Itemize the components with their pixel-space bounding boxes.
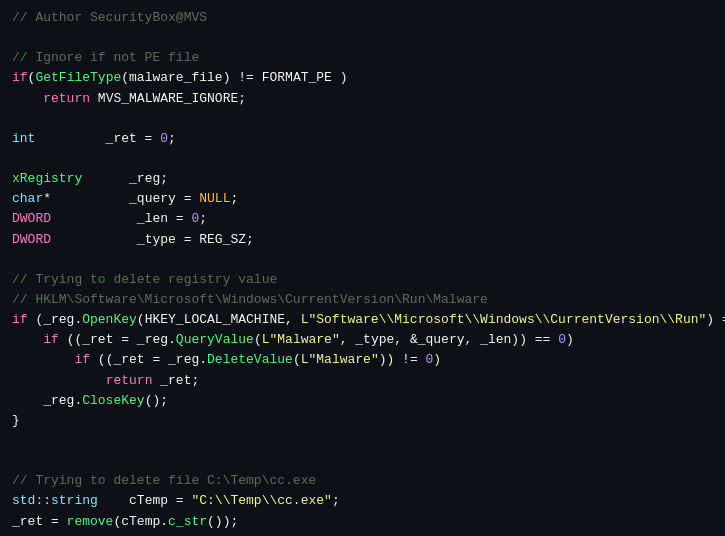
line-blank-3 [12, 149, 713, 169]
line-blank-7 [12, 532, 713, 536]
line-ret-remove: _ret = remove(cTemp.c_str()); [12, 512, 713, 532]
line-close-brace: } [12, 411, 713, 431]
line-std-string: std::string cTemp = "C:\\Temp\\cc.exe"; [12, 491, 713, 511]
line-blank-5 [12, 431, 713, 451]
code-editor: // Author SecurityBox@MVS // Ignore if n… [0, 0, 725, 536]
line-if-deletevalue: if ((_ret = _reg.DeleteValue(L"Malware")… [12, 350, 713, 370]
line-xregistry: xRegistry _reg; [12, 169, 713, 189]
line-if-queryvalue: if ((_ret = _reg.QueryValue(L"Malware", … [12, 330, 713, 350]
line-return-ret-3: return _ret; [12, 371, 713, 391]
line-blank-4 [12, 250, 713, 270]
line-blank-2 [12, 109, 713, 129]
line-if-openkey: if (_reg.OpenKey(HKEY_LOCAL_MACHINE, L"S… [12, 310, 713, 330]
line-dword-type: DWORD _type = REG_SZ; [12, 230, 713, 250]
line-blank-1 [12, 28, 713, 48]
line-return-ignore: return MVS_MALWARE_IGNORE; [12, 89, 713, 109]
line-dword-len: DWORD _len = 0; [12, 209, 713, 229]
line-int-ret: int _ret = 0; [12, 129, 713, 149]
line-reg-closekey: _reg.CloseKey(); [12, 391, 713, 411]
line-comment-delete-file: // Trying to delete file C:\Temp\cc.exe [12, 471, 713, 491]
line-comment-author: // Author SecurityBox@MVS [12, 8, 713, 28]
line-comment-hklm: // HKLM\Software\Microsoft\Windows\Curre… [12, 290, 713, 310]
line-blank-6 [12, 451, 713, 471]
line-char-query: char* _query = NULL; [12, 189, 713, 209]
line-comment-ignore: // Ignore if not PE file [12, 48, 713, 68]
line-if-getfiletype: if(GetFileType(malware_file) != FORMAT_P… [12, 68, 713, 88]
line-comment-try-delete-reg: // Trying to delete registry value [12, 270, 713, 290]
